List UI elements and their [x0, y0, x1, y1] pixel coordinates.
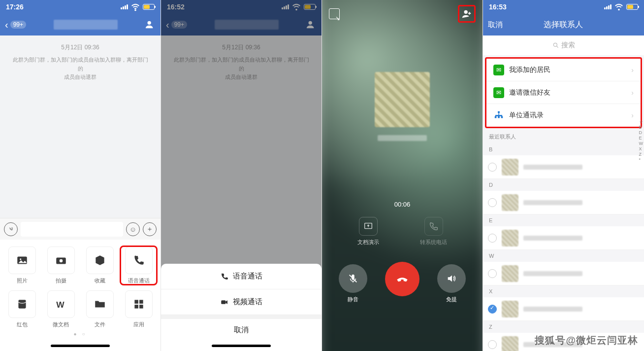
caller-name-blurred — [378, 135, 427, 141]
system-msg-1: 此群为部门群，加入部门的成员自动加入群聊，离开部门的 — [0, 56, 161, 73]
attach-panel: 照片 拍摄 收藏 语音通话 红包 W微文档 文件 应用 ● ○ — [0, 240, 161, 341]
contact-row[interactable] — [483, 191, 644, 214]
page-dots: ● ○ — [4, 328, 157, 338]
contacts-nav: 取消 选择联系人 — [483, 14, 644, 35]
video-icon — [220, 298, 229, 307]
grid-camera[interactable]: 拍摄 — [43, 246, 79, 284]
contact-groups: ✉ 我添加的居民› ✉ 邀请微信好友› 单位通讯录› — [485, 57, 642, 128]
svg-rect-26 — [495, 116, 497, 118]
input-bar: ༄ ☺ ＋ — [0, 218, 161, 240]
grid-app[interactable]: 应用 — [121, 290, 157, 328]
checkbox[interactable] — [488, 163, 497, 172]
minimize-icon[interactable] — [329, 8, 340, 19]
sheet-voice-call[interactable]: 语音通话 — [161, 264, 322, 289]
svg-point-23 — [553, 43, 557, 46]
call-top-bar — [322, 0, 483, 28]
contact-name-blurred — [523, 307, 582, 312]
phone-icon — [428, 221, 439, 232]
pstn-button[interactable]: 转系统电话 — [420, 217, 447, 246]
sheet-cancel[interactable]: 取消 — [161, 315, 322, 341]
sheet-video-call[interactable]: 视频通话 — [161, 289, 322, 315]
contact-row[interactable] — [483, 262, 644, 285]
section-E: E — [483, 214, 644, 226]
contacts-body: 搜索 ✉ 我添加的居民› ✉ 邀请微信好友› 单位通讯录› 最近联系人 B D … — [483, 35, 644, 351]
checkbox[interactable] — [488, 198, 497, 207]
system-msg-2: 成员自动退群 — [0, 73, 161, 82]
voice-input-icon[interactable]: ༄ — [4, 222, 18, 236]
wechat-icon: ✉ — [493, 87, 504, 98]
contact-row[interactable] — [483, 297, 644, 321]
svg-rect-6 — [18, 300, 26, 308]
checkbox[interactable] — [488, 269, 497, 278]
grid-redpacket[interactable]: 红包 — [4, 290, 40, 328]
phone-icon — [132, 254, 145, 267]
contact-row[interactable] — [483, 155, 644, 179]
group-member-icon[interactable] — [145, 19, 156, 30]
group-invite-wechat[interactable]: ✉ 邀请微信好友› — [486, 81, 641, 104]
speaker-button[interactable]: 免提 — [437, 264, 466, 303]
index-bar[interactable]: ☆BDEWXZ* — [639, 119, 644, 162]
avatar — [502, 230, 518, 246]
svg-rect-10 — [134, 305, 138, 309]
checkbox-checked[interactable] — [488, 305, 497, 314]
phone-3-video-call: 00:06 文档演示 转系统电话 静音 免提 — [322, 0, 483, 351]
apps-icon — [132, 298, 145, 311]
contact-name-blurred — [523, 165, 582, 170]
box-icon — [94, 254, 106, 267]
contact-row[interactable] — [483, 226, 644, 250]
svg-point-1 — [148, 21, 151, 25]
grid-voicecall[interactable]: 语音通话 — [121, 246, 157, 284]
watermark: 搜狐号@微炬云闫亚林 — [535, 334, 638, 347]
grid-photo[interactable]: 照片 — [4, 246, 40, 284]
back-button[interactable]: ‹99+ — [5, 19, 26, 31]
section-D: D — [483, 179, 644, 191]
contact-name-blurred — [523, 236, 582, 241]
contact-name-blurred — [523, 271, 582, 276]
section-Z: Z — [483, 321, 644, 333]
avatar — [502, 159, 518, 176]
home-indicator — [51, 345, 110, 347]
svg-rect-28 — [501, 116, 503, 118]
svg-point-22 — [618, 9, 619, 10]
call-type-sheet: 语音通话 视频通话 取消 — [161, 264, 322, 351]
svg-rect-17 — [221, 300, 225, 304]
grid-file[interactable]: 文件 — [82, 290, 118, 328]
add-user-icon — [461, 8, 472, 19]
phone-icon — [220, 272, 229, 281]
grid-favorite[interactable]: 收藏 — [82, 246, 118, 284]
cancel-button[interactable]: 取消 — [488, 20, 503, 30]
checkbox[interactable] — [488, 340, 497, 349]
chat-title-blurred — [54, 20, 118, 30]
hangup-button[interactable] — [385, 262, 419, 305]
svg-point-18 — [464, 10, 468, 14]
doc-present-button[interactable]: 文档演示 — [357, 217, 379, 246]
recent-label: 最近联系人 — [483, 130, 644, 143]
svg-rect-25 — [498, 111, 500, 113]
svg-point-5 — [59, 259, 63, 263]
signal-icon — [121, 4, 128, 9]
emoji-icon[interactable]: ☺ — [126, 222, 140, 236]
wifi-icon — [130, 1, 141, 12]
group-residents[interactable]: ✉ 我添加的居民› — [486, 59, 641, 81]
battery-icon — [143, 4, 155, 10]
chat-body: 5月12日 09:36 此群为部门群，加入部门的成员自动加入群聊，离开部门的 成… — [0, 35, 161, 218]
mic-off-icon — [348, 273, 358, 284]
section-B: B — [483, 143, 644, 155]
envelope-icon — [16, 298, 29, 311]
add-participant-button[interactable] — [458, 5, 476, 23]
caller-avatar — [375, 72, 430, 127]
clock: 17:26 — [6, 3, 24, 11]
plus-icon[interactable]: ＋ — [143, 222, 157, 236]
grid-microdoc[interactable]: W微文档 — [43, 290, 79, 328]
svg-rect-27 — [498, 116, 500, 118]
search-bar[interactable]: 搜索 — [483, 35, 644, 55]
svg-rect-9 — [139, 300, 143, 304]
group-org-contacts[interactable]: 单位通讯录› — [486, 104, 641, 127]
checkbox[interactable] — [488, 234, 497, 243]
wifi-icon — [613, 1, 624, 12]
avatar — [502, 301, 518, 317]
chat-nav: ‹99+ — [0, 14, 161, 35]
org-icon — [493, 110, 504, 121]
mute-button[interactable]: 静音 — [339, 264, 367, 303]
message-input[interactable] — [21, 222, 123, 237]
